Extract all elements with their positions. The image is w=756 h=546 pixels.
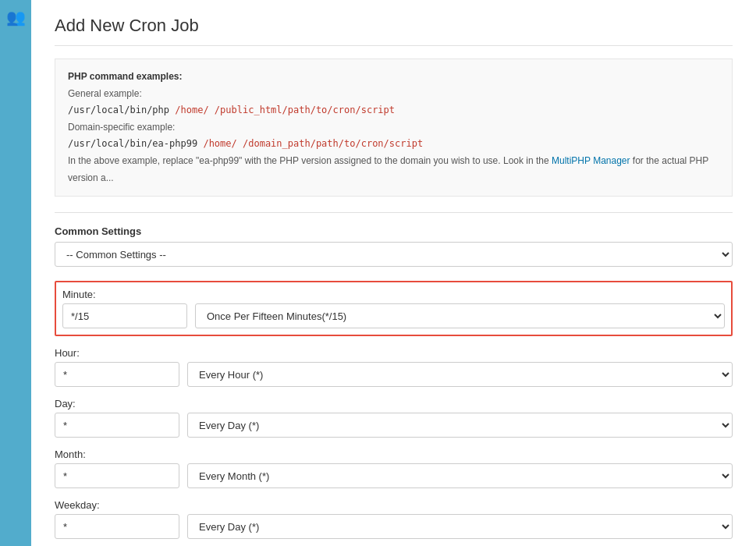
month-field-group: Month: Every Month (*): [55, 448, 733, 488]
domain-label: Domain-specific example:: [68, 122, 175, 133]
weekday-label: Weekday:: [55, 499, 733, 511]
weekday-select[interactable]: Every Day (*): [187, 514, 733, 539]
common-settings-group: Common Settings -- Common Settings --: [55, 225, 733, 267]
month-label: Month:: [55, 448, 733, 460]
hour-label: Hour:: [55, 347, 733, 359]
minute-row: Once Per Fifteen Minutes(*/15): [62, 303, 725, 328]
hour-row: Every Hour (*): [55, 362, 733, 387]
hour-input[interactable]: [55, 362, 179, 387]
day-label: Day:: [55, 398, 733, 410]
domain-cmd-pink: /home/ /domain_path/path/to/cron/script: [203, 138, 423, 149]
month-select[interactable]: Every Month (*): [187, 463, 733, 488]
php-command-label: PHP command examples:: [68, 71, 183, 82]
multiphp-manager-link[interactable]: MultiPHP Manager: [552, 155, 630, 166]
day-field-group: Day: Every Day (*): [55, 398, 733, 438]
hour-field-group: Hour: Every Hour (*): [55, 347, 733, 387]
minute-input[interactable]: [62, 303, 187, 328]
minute-select[interactable]: Once Per Fifteen Minutes(*/15): [195, 303, 725, 328]
weekday-row: Every Day (*): [55, 514, 733, 539]
general-cmd-pink: /home/ /public_html/path/to/cron/script: [175, 105, 395, 115]
month-row: Every Month (*): [55, 463, 733, 488]
common-settings-select[interactable]: -- Common Settings --: [55, 242, 733, 267]
minute-label: Minute:: [62, 289, 725, 300]
general-label: General example:: [68, 88, 142, 99]
users-icon: 👥: [6, 8, 26, 27]
general-cmd-black: /usr/local/bin/php: [68, 105, 169, 115]
weekday-field-group: Weekday: Every Day (*): [55, 499, 733, 539]
month-input[interactable]: [55, 463, 179, 488]
minute-field-group: Minute: Once Per Fifteen Minutes(*/15): [55, 281, 733, 336]
hour-select[interactable]: Every Hour (*): [187, 362, 733, 387]
main-content: Add New Cron Job PHP command examples: G…: [31, 0, 756, 546]
domain-cmd-black: /usr/local/bin/ea-php99: [68, 138, 197, 149]
day-input[interactable]: [55, 413, 179, 438]
day-row: Every Day (*): [55, 413, 733, 438]
common-settings-label: Common Settings: [55, 225, 733, 237]
day-select[interactable]: Every Day (*): [187, 413, 733, 438]
weekday-input[interactable]: [55, 514, 179, 539]
info-box: PHP command examples: General example: /…: [55, 58, 733, 197]
divider-1: [55, 212, 733, 213]
sidebar: 👥: [0, 0, 31, 546]
page-title: Add New Cron Job: [55, 16, 733, 46]
info-note: In the above example, replace "ea-php99"…: [68, 155, 552, 166]
